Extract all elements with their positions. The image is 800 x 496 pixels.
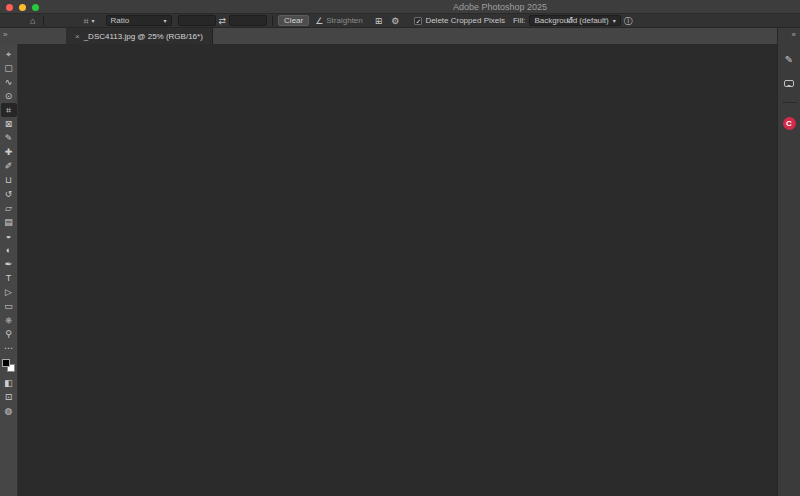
share-icon[interactable]: ◍ [1,404,17,418]
delete-cropped-pixels-checkbox[interactable]: ✓ [414,17,422,25]
reset-crop-icon[interactable]: ↺ [566,15,574,25]
divider [782,102,797,103]
chevron-down-icon[interactable]: ▾ [92,16,95,26]
clear-button[interactable]: Clear [278,15,309,26]
pen-tool[interactable]: ✒ [1,257,17,271]
divider [43,16,44,26]
crop-ratio-value: Ratio [111,16,130,25]
path-selection-tool[interactable]: ▷ [1,285,17,299]
overlay-grid-icon[interactable]: ⊞ [375,16,383,26]
chevron-down-icon: ▾ [164,17,167,24]
document-tab-bar: » × _DSC4113.jpg @ 25% (RGB/16*) [0,28,777,44]
zoom-tool[interactable]: ⚲ [1,327,17,341]
panel-dock: « ✎ C [777,28,800,496]
title-bar: Adobe Photoshop 2025 [0,0,800,14]
nik-extension-icon[interactable]: C [783,117,796,130]
rectangle-tool[interactable]: ▭ [1,299,17,313]
marquee-tool[interactable]: ▢ [1,61,17,75]
chevron-down-icon: ▾ [613,17,616,24]
close-tab-icon[interactable]: × [75,32,80,41]
lasso-tool[interactable]: ∿ [1,75,17,89]
delete-cropped-pixels-label: Delete Cropped Pixels [425,16,505,25]
blur-tool[interactable]: ◒ [1,229,17,243]
foreground-color-swatch[interactable] [2,359,10,367]
crop-tool[interactable]: ⌗ [1,103,17,117]
crop-tool-icon[interactable]: ⌗ [83,16,88,26]
tools-panel: ⌖ ▢ ∿ ⊙ ⌗ ⊠ ✎ ✚ ✐ ⊔ ↺ ▱ ▤ ◒ ◐ ✒ T ▷ ▭ ⎈ … [0,44,18,496]
zoom-window-button[interactable] [32,4,39,11]
gradient-tool[interactable]: ▤ [1,215,17,229]
straighten-label: Straighten [326,16,362,25]
crop-settings-gear-icon[interactable]: ⚙ [391,16,399,26]
healing-brush-tool[interactable]: ✚ [1,145,17,159]
color-swatches[interactable] [2,359,15,372]
object-selection-tool[interactable]: ⊙ [1,89,17,103]
quick-mask-icon[interactable]: ◧ [1,376,17,390]
home-icon[interactable]: ⌂ [30,16,35,26]
screen-mode-icon[interactable]: ⊡ [1,390,17,404]
eyedropper-tool[interactable]: ✎ [1,131,17,145]
document-tab-title: _DSC4113.jpg @ 25% (RGB/16*) [84,32,203,41]
straighten-icon[interactable]: ∠ [315,16,323,26]
divider [272,16,273,26]
minimize-window-button[interactable] [19,4,26,11]
move-tool[interactable]: ⌖ [1,47,17,61]
fill-select[interactable]: Background (default) ▾ [529,15,620,26]
info-icon[interactable]: ⓘ [624,16,633,26]
crop-width-input[interactable] [178,15,216,26]
frame-tool[interactable]: ⊠ [1,117,17,131]
canvas-image[interactable] [75,57,713,483]
toolbar-collapse-icon[interactable]: » [3,30,7,39]
document-tab[interactable]: × _DSC4113.jpg @ 25% (RGB/16*) [66,28,213,44]
options-bar: ⌂ ⌗ ▾ Ratio ▾ ⇄ Clear ∠ Straighten ⊞ ⚙ ✓… [0,14,800,28]
window-title: Adobe Photoshop 2025 [420,2,580,12]
hand-tool[interactable]: ⎈ [1,313,17,327]
swap-dimensions-icon[interactable]: ⇄ [219,16,227,26]
comments-panel-icon[interactable] [784,80,794,87]
learn-panel-icon[interactable]: ✎ [785,54,793,65]
type-tool[interactable]: T [1,271,17,285]
dodge-tool[interactable]: ◐ [1,243,17,257]
crop-ratio-select[interactable]: Ratio ▾ [106,15,172,26]
brush-tool[interactable]: ✐ [1,159,17,173]
crop-height-input[interactable] [229,15,267,26]
eraser-tool[interactable]: ▱ [1,201,17,215]
photoshop-window: Adobe Photoshop 2025 ⌂ ⌗ ▾ Ratio ▾ ⇄ Cle… [0,0,800,496]
more-tools-icon[interactable]: ⋯ [1,341,17,355]
history-brush-tool[interactable]: ↺ [1,187,17,201]
clone-stamp-tool[interactable]: ⊔ [1,173,17,187]
close-window-button[interactable] [6,4,13,11]
fill-label: Fill: [513,16,525,25]
dock-collapse-icon[interactable]: « [792,30,796,39]
